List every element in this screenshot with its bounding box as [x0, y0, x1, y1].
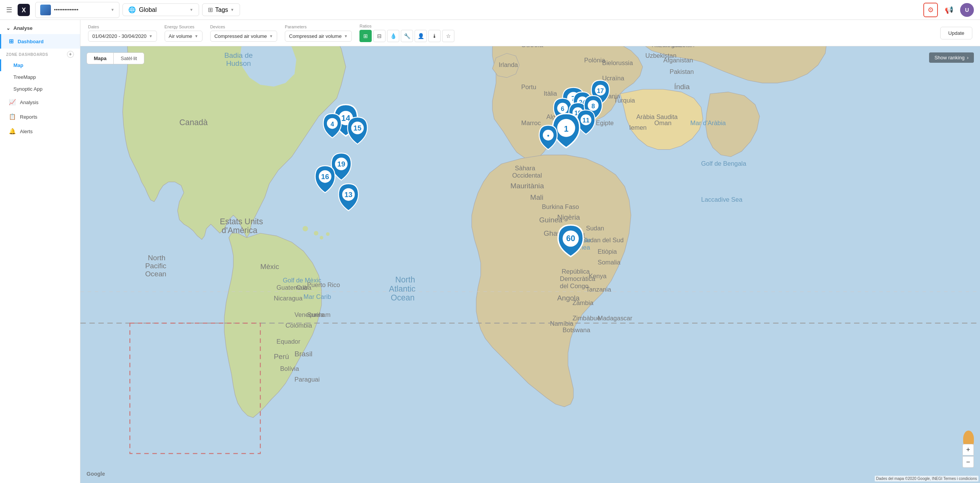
svg-text:X: X	[22, 7, 26, 13]
workspace-name: ••••••••••••••	[54, 7, 108, 13]
analyse-section[interactable]: ⌄ Analyse	[0, 20, 80, 34]
svg-text:17: 17	[597, 87, 604, 94]
sidebar-item-synoptic[interactable]: Synoptic App	[0, 83, 80, 95]
devices-arrow: ▼	[269, 34, 273, 38]
dates-select[interactable]: 01/04/2020 - 30/04/2020 ▼	[88, 31, 157, 42]
svg-text:Ocean: Ocean	[391, 294, 415, 302]
sidebar-item-dashboard[interactable]: ⊞ Dashboard	[0, 34, 80, 49]
map-tabs: Mapa Satèl·lit	[87, 52, 144, 64]
svg-text:Portu: Portu	[521, 83, 536, 90]
energy-arrow: ▼	[194, 34, 198, 38]
svg-text:Puerto Rico: Puerto Rico	[307, 281, 340, 288]
workspace-icon	[40, 5, 51, 15]
svg-text:Burkina Faso: Burkina Faso	[542, 203, 579, 210]
workspace-dropdown-arrow: ▼	[111, 8, 114, 12]
svg-text:Perú: Perú	[274, 352, 289, 361]
ratio-filter-button[interactable]: ⊟	[373, 30, 385, 42]
svg-text:Zàmbia: Zàmbia	[572, 299, 594, 306]
svg-text:Mèxic: Mèxic	[260, 263, 279, 271]
map-attribution: Dades del mapa ©2020 Google, INEGI Terme…	[875, 476, 978, 481]
energy-select[interactable]: Air volume ▼	[165, 31, 203, 42]
svg-text:Paraguai: Paraguai	[294, 376, 320, 383]
logo[interactable]: X	[17, 3, 31, 17]
svg-text:Irlanda: Irlanda	[499, 61, 518, 68]
sidebar-item-reports[interactable]: 📋 Reports	[0, 109, 80, 124]
svg-text:Oman: Oman	[654, 119, 671, 126]
parameters-label: Parameters	[285, 24, 352, 29]
svg-text:Kirguizstan: Kirguizstan	[663, 46, 694, 48]
alerts-label: Alerts	[20, 129, 33, 134]
tab-map[interactable]: Mapa	[87, 52, 114, 64]
main-layout: ⌄ Analyse ⊞ Dashboard ZONE DASHBOARDS + …	[0, 20, 980, 483]
update-button[interactable]: Update	[940, 27, 972, 39]
svg-text:Mauritània: Mauritània	[510, 182, 544, 190]
svg-text:Itàlia: Itàlia	[544, 90, 557, 97]
svg-text:16: 16	[321, 173, 329, 181]
svg-text:Mar Carib: Mar Carib	[304, 293, 331, 300]
notifications-button[interactable]: 📢	[942, 3, 956, 17]
tags-button[interactable]: ⊞ Tags ▼	[202, 3, 240, 16]
svg-text:Pakistan: Pakistan	[670, 68, 694, 75]
sidebar-item-treemapp[interactable]: TreeMapp	[0, 71, 80, 83]
map-container: Mapa Satèl·lit Show ranking ›	[80, 46, 980, 483]
show-ranking-button[interactable]: Show ranking ›	[929, 52, 974, 63]
svg-text:Badia de: Badia de	[224, 51, 253, 59]
devices-select[interactable]: Compressed air volume ▼	[210, 31, 277, 42]
zoom-in-button[interactable]: +	[962, 444, 974, 455]
svg-text:Sàhara: Sàhara	[515, 165, 536, 171]
settings-button[interactable]: ⚙	[923, 3, 938, 17]
sidebar-item-alerts[interactable]: 🔔 Alerts	[0, 124, 80, 139]
svg-text:Golf de Bengala: Golf de Bengala	[701, 160, 746, 167]
svg-text:Botswana: Botswana	[563, 326, 591, 333]
svg-text:Brasil: Brasil	[294, 350, 312, 358]
dates-label: Dates	[88, 24, 157, 29]
svg-text:Etiòpia: Etiòpia	[598, 248, 617, 255]
svg-text:8: 8	[591, 103, 595, 109]
svg-text:Egipte: Egipte	[596, 119, 614, 126]
ratio-grid-button[interactable]: ⊞	[359, 30, 372, 42]
ratios-label: Ratios	[359, 24, 454, 28]
menu-toggle-icon[interactable]: ☰	[6, 6, 12, 14]
treemapp-label: TreeMapp	[7, 74, 36, 80]
svg-text:Equador: Equador	[276, 338, 301, 345]
analyse-label: Analyse	[13, 25, 33, 31]
svg-text:Canadà: Canadà	[180, 118, 208, 127]
svg-text:11: 11	[583, 117, 590, 124]
sidebar-item-map[interactable]: Map	[0, 59, 80, 71]
ratio-puzzle-button[interactable]: 🔧	[401, 30, 413, 42]
chevron-right-icon: ›	[967, 55, 969, 60]
ratio-person-button[interactable]: 👤	[415, 30, 427, 42]
global-dropdown[interactable]: 🌐 Global ▼	[122, 3, 199, 16]
add-zone-button[interactable]: +	[67, 51, 74, 58]
svg-text:Pacific: Pacific	[145, 262, 166, 270]
zoom-out-button[interactable]: −	[962, 456, 974, 468]
dates-value: 01/04/2020 - 30/04/2020	[92, 33, 147, 39]
svg-point-6	[326, 232, 330, 236]
sidebar: ⌄ Analyse ⊞ Dashboard ZONE DASHBOARDS + …	[0, 20, 80, 483]
global-label: Global	[139, 7, 157, 13]
svg-text:Surinam: Surinam	[307, 311, 330, 318]
workspace-dropdown[interactable]: •••••••••••••• ▼	[35, 2, 119, 18]
filter-icon: ⊞	[208, 6, 213, 13]
globe-icon: 🌐	[128, 6, 136, 13]
svg-point-3	[302, 226, 308, 231]
svg-text:Bielorussia: Bielorussia	[602, 59, 633, 66]
svg-text:13: 13	[345, 191, 353, 199]
parameters-select[interactable]: Compressed air volume ▼	[285, 31, 352, 42]
map-background[interactable]: Estats Units d'Amèrica Canadà North Paci…	[80, 46, 980, 483]
tab-satellite[interactable]: Satèl·lit	[114, 52, 144, 64]
avatar[interactable]: U	[960, 3, 974, 17]
svg-text:Mar d'Aràbia: Mar d'Aràbia	[690, 119, 726, 126]
svg-text:d'Amèrica: d'Amèrica	[222, 226, 258, 235]
topbar-left: ☰ X	[6, 3, 31, 17]
svg-text:Marroc: Marroc	[521, 119, 541, 126]
svg-text:Madagascar: Madagascar	[598, 315, 632, 321]
ratio-temp-button[interactable]: 🌡	[428, 30, 441, 42]
parameters-value: Compressed air volume	[289, 33, 341, 39]
google-logo: Google	[87, 471, 105, 477]
filter-bar: Dates 01/04/2020 - 30/04/2020 ▼ Energy S…	[80, 20, 980, 46]
ratio-drop-button[interactable]: 💧	[387, 30, 399, 42]
ratio-star-button[interactable]: ☆	[442, 30, 454, 42]
sidebar-item-analysis[interactable]: 📈 Analysis	[0, 95, 80, 109]
svg-text:Índia: Índia	[674, 83, 690, 91]
